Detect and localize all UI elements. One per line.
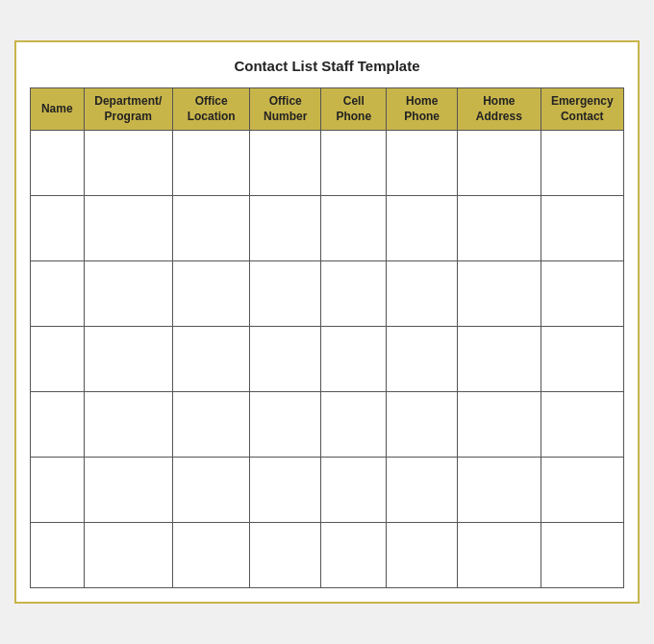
- table-cell[interactable]: [541, 523, 623, 588]
- table-cell[interactable]: [31, 523, 85, 588]
- table-row: [31, 523, 624, 588]
- table-row: [31, 327, 624, 392]
- table-cell[interactable]: [250, 261, 321, 327]
- table-cell[interactable]: [84, 523, 173, 588]
- table-cell[interactable]: [321, 523, 387, 588]
- table-row: [31, 392, 624, 458]
- table-cell[interactable]: [387, 523, 458, 588]
- table-cell[interactable]: [321, 392, 387, 458]
- table-cell[interactable]: [321, 327, 387, 392]
- table-cell[interactable]: [541, 327, 623, 392]
- table-cell[interactable]: [250, 196, 321, 261]
- table-cell[interactable]: [31, 458, 85, 523]
- header-dept: Department/ Program: [84, 87, 173, 130]
- table-cell[interactable]: [31, 196, 85, 261]
- table-row: [31, 196, 624, 261]
- table-cell[interactable]: [321, 261, 387, 327]
- page-wrapper: Contact List Staff Template Name Departm…: [14, 40, 640, 604]
- header-cell-phone: Cell Phone: [321, 87, 387, 130]
- header-home-phone: Home Phone: [387, 87, 458, 130]
- table-cell[interactable]: [458, 327, 541, 392]
- table-cell[interactable]: [31, 327, 85, 392]
- table-cell[interactable]: [387, 261, 458, 327]
- table-row: [31, 131, 624, 196]
- table-cell[interactable]: [31, 392, 85, 458]
- table-cell[interactable]: [31, 131, 85, 196]
- table-cell[interactable]: [173, 131, 250, 196]
- table-cell[interactable]: [250, 392, 321, 458]
- table-cell[interactable]: [31, 261, 85, 327]
- table-cell[interactable]: [387, 327, 458, 392]
- table-cell[interactable]: [173, 196, 250, 261]
- table-cell[interactable]: [458, 196, 541, 261]
- table-cell[interactable]: [387, 131, 458, 196]
- table-cell[interactable]: [541, 392, 623, 458]
- table-cell[interactable]: [84, 131, 173, 196]
- table-cell[interactable]: [173, 392, 250, 458]
- header-office-location: Office Location: [173, 87, 250, 130]
- table-cell[interactable]: [84, 458, 173, 523]
- table-cell[interactable]: [541, 196, 623, 261]
- header-home-address: Home Address: [458, 87, 541, 130]
- table-cell[interactable]: [250, 131, 321, 196]
- table-cell[interactable]: [173, 458, 250, 523]
- table-cell[interactable]: [458, 523, 541, 588]
- table-cell[interactable]: [250, 523, 321, 588]
- table-cell[interactable]: [541, 458, 623, 523]
- table-cell[interactable]: [387, 392, 458, 458]
- table-row: [31, 458, 624, 523]
- table-cell[interactable]: [541, 261, 623, 327]
- table-cell[interactable]: [321, 196, 387, 261]
- table-cell[interactable]: [387, 196, 458, 261]
- table-row: [31, 261, 624, 327]
- header-emergency-contact: Emergency Contact: [541, 87, 623, 130]
- table-cell[interactable]: [458, 131, 541, 196]
- table-cell[interactable]: [173, 523, 250, 588]
- table-cell[interactable]: [458, 392, 541, 458]
- table-cell[interactable]: [84, 327, 173, 392]
- header-office-number: Office Number: [250, 87, 321, 130]
- page-title: Contact List Staff Template: [30, 58, 624, 74]
- header-name: Name: [31, 87, 85, 130]
- contact-table: Name Department/ Program Office Location…: [30, 87, 624, 588]
- table-body: [31, 131, 624, 588]
- table-cell[interactable]: [321, 131, 387, 196]
- table-cell[interactable]: [84, 196, 173, 261]
- table-cell[interactable]: [250, 458, 321, 523]
- table-cell[interactable]: [458, 458, 541, 523]
- table-cell[interactable]: [458, 261, 541, 327]
- header-row: Name Department/ Program Office Location…: [31, 87, 624, 130]
- table-cell[interactable]: [173, 261, 250, 327]
- table-cell[interactable]: [321, 458, 387, 523]
- table-cell[interactable]: [541, 131, 623, 196]
- table-cell[interactable]: [250, 327, 321, 392]
- table-cell[interactable]: [84, 392, 173, 458]
- table-cell[interactable]: [173, 327, 250, 392]
- table-cell[interactable]: [387, 458, 458, 523]
- table-cell[interactable]: [84, 261, 173, 327]
